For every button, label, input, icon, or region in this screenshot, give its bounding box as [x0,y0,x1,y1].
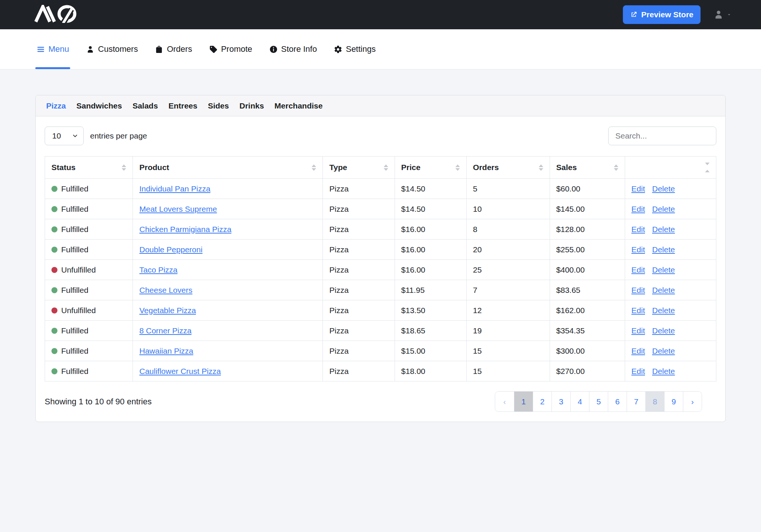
status-label: Fulfilled [61,347,88,356]
delete-link[interactable]: Delete [652,306,675,315]
pagination-page-6[interactable]: 6 [608,392,627,411]
column-header-status[interactable]: Status [45,157,133,179]
pagination-page-7[interactable]: 7 [627,392,645,411]
tab-drinks[interactable]: Drinks [240,101,264,110]
delete-link[interactable]: Delete [652,225,675,234]
type-value: Pizza [329,326,348,335]
brand-logo [34,5,81,24]
type-value: Pizza [329,347,348,355]
type-value: Pizza [329,265,348,274]
product-link[interactable]: Taco Pizza [139,265,178,274]
orders-value: 10 [473,205,482,213]
pagination-page-4[interactable]: 4 [570,392,589,411]
type-value: Pizza [329,225,348,234]
nav-item-label: Store Info [281,44,317,54]
sales-value: $300.00 [556,347,585,355]
tab-merchandise[interactable]: Merchandise [274,101,322,110]
pagination-page-9[interactable]: 9 [664,392,683,411]
price-value: $16.00 [401,225,425,234]
info-icon [269,45,278,54]
delete-link[interactable]: Delete [652,245,675,254]
nav-item-label: Promote [221,44,252,54]
edit-link[interactable]: Edit [631,245,645,254]
delete-link[interactable]: Delete [652,184,675,193]
status-dot-fulfilled [51,206,57,212]
column-header-sales[interactable]: Sales [550,157,625,179]
tab-entrees[interactable]: Entrees [169,101,197,110]
gear-icon [334,45,342,54]
pagination-page-1[interactable]: 1 [514,392,533,411]
column-label: Orders [473,163,499,172]
product-link[interactable]: Cheese Lovers [139,286,192,294]
user-menu[interactable] [713,9,732,20]
category-tabs: PizzaSandwichesSaladsEntreesSidesDrinksM… [36,95,725,116]
price-value: $18.65 [401,326,425,335]
nav-item-store-info[interactable]: Store Info [269,29,317,69]
delete-link[interactable]: Delete [652,286,675,294]
column-header-type[interactable]: Type [323,157,395,179]
main-nav: MenuCustomersOrdersPromoteStore InfoSett… [0,29,761,69]
preview-store-button[interactable]: Preview Store [623,5,701,24]
tab-sides[interactable]: Sides [208,101,229,110]
product-link[interactable]: Double Pepperoni [139,245,202,254]
status-dot-fulfilled [51,226,57,232]
products-table: StatusProductTypePriceOrdersSales Fulfil… [45,156,716,381]
tab-pizza[interactable]: Pizza [46,101,66,110]
entries-per-page-group: 10 entries per page [45,127,147,145]
pagination-page-5[interactable]: 5 [589,392,608,411]
entries-per-page-select[interactable]: 10 [45,127,84,145]
search-input[interactable] [608,127,716,145]
delete-link[interactable]: Delete [652,205,675,213]
product-link[interactable]: Cauliflower Crust Pizza [139,367,221,375]
delete-link[interactable]: Delete [652,367,675,375]
nav-item-menu[interactable]: Menu [36,29,69,69]
edit-link[interactable]: Edit [631,184,645,193]
column-header-price[interactable]: Price [395,157,466,179]
edit-link[interactable]: Edit [631,367,645,375]
tab-sandwiches[interactable]: Sandwiches [77,101,122,110]
nav-item-promote[interactable]: Promote [209,29,252,69]
pagination-page-2[interactable]: 2 [533,392,552,411]
nav-item-settings[interactable]: Settings [334,29,376,69]
product-link[interactable]: Hawaiian Pizza [139,347,193,355]
edit-link[interactable]: Edit [631,265,645,274]
pagination-prev[interactable]: ‹ [495,392,514,411]
product-link[interactable]: Vegetable Pizza [139,306,196,315]
nav-item-customers[interactable]: Customers [86,29,138,69]
pagination-next[interactable]: › [683,392,702,411]
sales-value: $255.00 [556,245,585,254]
column-label: Sales [556,163,577,172]
product-link[interactable]: 8 Corner Pizza [139,326,191,335]
column-label: Type [329,163,347,172]
edit-link[interactable]: Edit [631,205,645,213]
delete-link[interactable]: Delete [652,347,675,355]
edit-link[interactable]: Edit [631,306,645,315]
column-header-actions[interactable] [625,157,716,179]
entries-per-page-value: 10 [52,131,61,140]
nav-item-orders[interactable]: Orders [155,29,192,69]
card-body: 10 entries per page StatusProductTypePri… [36,127,725,422]
status-label: Unfulfilled [61,306,96,315]
pagination-page-3[interactable]: 3 [552,392,570,411]
sales-value: $145.00 [556,205,585,213]
sales-value: $400.00 [556,265,585,274]
column-header-orders[interactable]: Orders [466,157,550,179]
delete-link[interactable]: Delete [652,265,675,274]
product-link[interactable]: Chicken Parmigiana Pizza [139,225,231,234]
edit-link[interactable]: Edit [631,326,645,335]
product-link[interactable]: Meat Lovers Supreme [139,205,217,213]
edit-link[interactable]: Edit [631,225,645,234]
caret-down-icon [726,12,732,17]
column-header-product[interactable]: Product [133,157,323,179]
orders-value: 15 [473,367,482,375]
status-label: Fulfilled [61,184,88,193]
table-row: UnfulfilledVegetable PizzaPizza$13.5012$… [45,300,716,321]
delete-link[interactable]: Delete [652,326,675,335]
tab-salads[interactable]: Salads [133,101,158,110]
edit-link[interactable]: Edit [631,347,645,355]
pagination-page-8[interactable]: 8 [645,392,664,411]
table-row: FulfilledChicken Parmigiana PizzaPizza$1… [45,219,716,240]
status-dot-fulfilled [51,328,57,334]
edit-link[interactable]: Edit [631,286,645,294]
product-link[interactable]: Individual Pan Pizza [139,184,210,193]
